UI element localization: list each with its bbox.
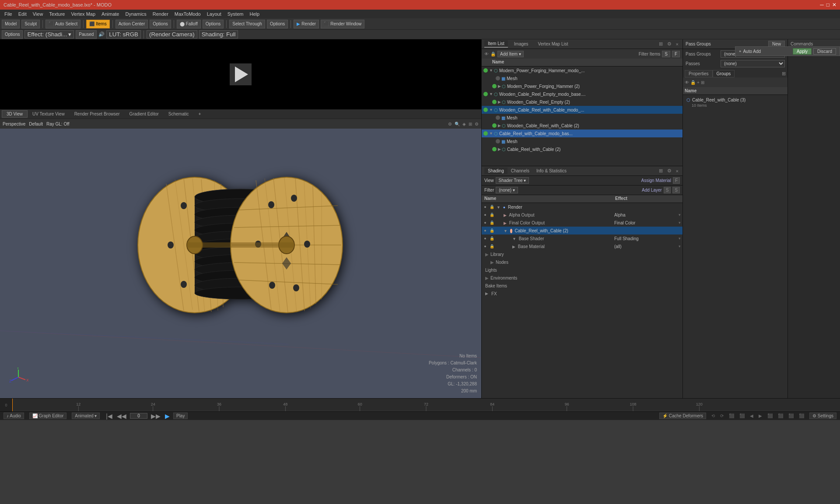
menu-layout[interactable]: Layout [204,10,224,18]
transport-start-btn[interactable]: |◀ [105,413,113,420]
transport-prev-btn[interactable]: ◀◀ [116,413,127,420]
vp-icon-4[interactable]: ⊞ [469,122,472,126]
pg-tab-properties[interactable]: Properties [685,70,713,77]
shading-expand-btn[interactable]: ⊞ [658,168,664,174]
tab-images[interactable]: Images [511,41,532,47]
menu-vertexmap[interactable]: Vertex Map [68,10,98,18]
tree-item-1[interactable]: ▦ Mesh [482,74,682,82]
menu-texture[interactable]: Texture [46,10,67,18]
tab-info-stats[interactable]: Info & Statistics [533,168,570,174]
menu-animate[interactable]: Animate [99,10,122,18]
vp-icon-3[interactable]: ◈ [462,122,466,126]
viewport-3d[interactable]: Perspective Default Ray GL: Off ⚙ 🔍 ◈ ⊞ … [0,119,481,398]
tab-channels[interactable]: Channels [508,168,533,174]
tab-item-list[interactable]: Item List [484,40,508,48]
menu-system[interactable]: System [225,10,246,18]
group-item-cable-reel[interactable]: ⬡ Cable_Reel_with_Cable (3) [685,97,786,103]
settings-btn[interactable]: ⚙ Settings [809,413,836,419]
vp-icon-5[interactable]: ⚙ [475,122,479,126]
menu-dynamics[interactable]: Dynamics [122,10,149,18]
items-btn[interactable]: ⬛ Items [86,20,109,28]
effect-dropdown[interactable]: Effect: (Shadi... ▾ [24,30,74,38]
minimize-btn[interactable]: ─ [820,2,824,8]
paused-btn[interactable]: Paused [76,30,97,39]
tree-item-6[interactable]: ▦ Mesh [482,114,682,122]
vp-icon-1[interactable]: ⚙ [448,122,452,126]
tree-item-8[interactable]: ▼ ⬡ Cable_Reel_with_Cable_modo_bas... [482,130,682,137]
menu-render[interactable]: Render [150,10,171,18]
tab-shading[interactable]: Shading [484,168,508,174]
tree-item-3[interactable]: ▼ ⬡ Wooden_Cable_Reel_Empty_modo_base...… [482,90,682,98]
shader-alpha-output[interactable]: ● 🔒 ▶ Alpha Output Alpha ▾ [482,211,682,219]
shader-tree-dropdown[interactable]: Shader Tree ▾ [496,177,529,184]
auto-select-btn[interactable]: ⬛ Auto Select [46,20,80,28]
shader-base-shader[interactable]: ● 🔒 ▼ Base Shader Full Shading ▾ [482,234,682,242]
shader-cable-reel[interactable]: ● 🔒 ▼ Cable_Reel_with_Cable (2) [482,227,682,234]
panel-close-btn[interactable]: × [675,41,680,47]
menu-file[interactable]: File [2,10,15,18]
shader-library[interactable]: ▶ Library [482,250,682,258]
audio-btn[interactable]: ♪ Audio [4,413,24,419]
options-btn-2[interactable]: Options [203,20,224,28]
shading-dropdown[interactable]: Shading: Full [199,30,238,38]
frame-input[interactable] [130,413,147,419]
tree-item-2[interactable]: ▶ ⬡ Modern_Power_Forging_Hammer (2) [482,82,682,90]
tab-vertex-map[interactable]: Vertex Map List [535,41,572,47]
item-tree[interactable]: ▼ ⬡ Modern_Power_Forging_Hammer_modo_...… [482,66,682,154]
pg-expand-btn[interactable]: ⊞ [782,70,786,77]
tab-add[interactable]: + [194,110,206,118]
graph-editor-btn[interactable]: 📈 Graph Editor [29,413,66,419]
shading-close-btn[interactable]: × [675,168,680,174]
menu-help[interactable]: Help [247,10,262,18]
filter-dropdown[interactable]: (none) ▾ [496,187,518,193]
shader-tree[interactable]: ● 🔒 ▼ ● Render ● 🔒 ▶ Alpha Output [482,203,682,398]
tab-uv-texture[interactable]: UV Texture View [28,110,70,118]
tree-item-5[interactable]: ▼ ⬡ Wooden_Cable_Reel_with_Cable_modo_..… [482,106,682,114]
tree-item-7[interactable]: ▶ ⬡ Wooden_Cable_Reel_with_Cable (2) [482,122,682,130]
options-btn[interactable]: Options [2,30,23,39]
auto-add-btn[interactable]: ● Auto Add Apply Discard [735,46,840,56]
tree-item-4[interactable]: ▶ ⬡ Wooden_Cable_Reel_Empty (2) [482,98,682,106]
sculpt-btn[interactable]: Sculpt [21,20,40,28]
f-filter-btn[interactable]: F [672,51,680,57]
vp-icon-2[interactable]: 🔍 [455,122,460,126]
tree-item-10[interactable]: ▶ ⬡ Cable_Reel_with_Cable (2) [482,145,682,153]
panel-expand-btn[interactable]: ⊞ [658,41,664,47]
tab-gradient[interactable]: Gradient Editor [125,110,164,118]
render-window-btn[interactable]: ⬛ Render Window [321,20,364,28]
add-layer-btn[interactable]: Add Layer [642,188,662,192]
shader-lights[interactable]: Lights [482,266,682,274]
maximize-btn[interactable]: □ [826,2,830,8]
tree-item-9[interactable]: ▦ Mesh [482,137,682,145]
preview-play-btn[interactable] [230,63,252,85]
menu-maxtomodo[interactable]: MaxToModo [172,10,203,18]
shader-environments[interactable]: ▶ Environments [482,274,682,282]
transport-next-btn[interactable]: ▶▶ [150,413,161,420]
render-camera-dropdown[interactable]: (Render Camera) [147,30,197,38]
add-item-dropdown[interactable]: Add Item ▾ [497,51,524,57]
lut-dropdown[interactable]: LUT: sRGB [106,30,141,38]
tab-schematic[interactable]: Schematic [164,110,194,118]
tree-item-0[interactable]: ▼ ⬡ Modern_Power_Forging_Hammer_modo_... [482,66,682,74]
menu-edit[interactable]: Edit [16,10,29,18]
shader-fx[interactable]: ▶ FX [482,290,682,298]
falloff-btn[interactable]: ⬤ Falloff [177,20,201,28]
discard-btn[interactable]: Discard [813,48,836,55]
close-btn[interactable]: ✕ [832,2,836,8]
apply-btn[interactable]: Apply [793,48,812,55]
animated-dropdown[interactable]: Animated ▾ [72,413,100,419]
tab-render-preset[interactable]: Render Preset Browser [70,110,125,118]
shader-render[interactable]: ● 🔒 ▼ ● Render [482,203,682,211]
model-btn[interactable]: Model [2,20,20,28]
options-btn-3[interactable]: Options [267,20,288,28]
3d-scene[interactable]: X Y Z No Items Polygons : Catmull-Clark … [0,129,481,398]
select-through-btn[interactable]: Select Through [229,20,265,28]
transport-play-btn[interactable]: ▶ [164,413,171,420]
shader-base-material[interactable]: ● 🔒 ▶ Base Material (all) ▾ [482,242,682,250]
action-center-btn[interactable]: Action Center [116,20,148,28]
tab-3d-view[interactable]: 3D View [2,110,28,118]
shader-final-color[interactable]: ● 🔒 ▶ Final Color Output Final Color ▾ [482,219,682,227]
passes-select[interactable]: (none) [721,60,785,67]
shader-nodes[interactable]: ▶ Nodes [482,258,682,266]
render-btn[interactable]: ▶ Render [294,20,319,28]
